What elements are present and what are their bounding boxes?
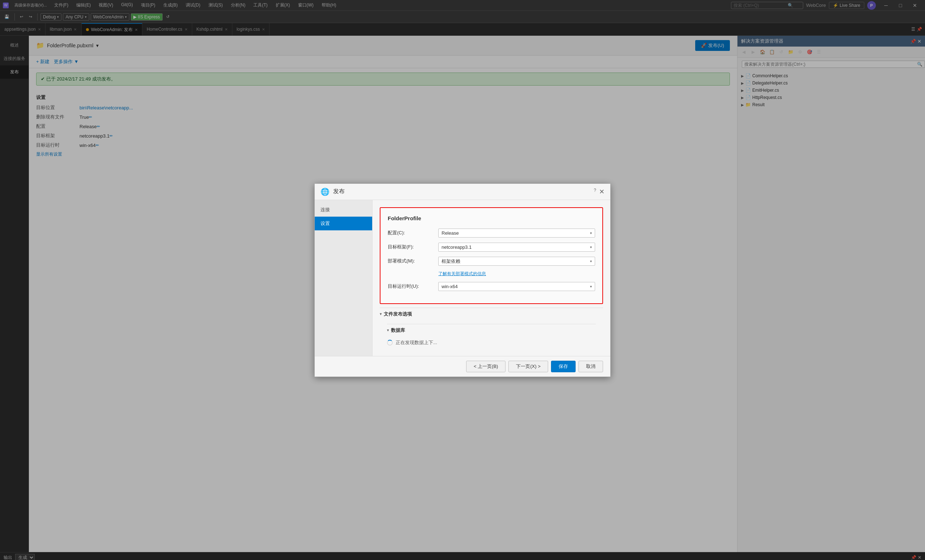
modal-close-btn[interactable]: ✕: [599, 188, 604, 196]
deploy-link-row: 了解有关部署模式的信息: [388, 271, 595, 277]
modal-title: 🌐 发布: [321, 188, 345, 196]
folder-profile-section: FolderProfile 配置(C): Debug Release ▾: [380, 207, 603, 304]
db-section-header[interactable]: ▾ 数据库: [387, 324, 596, 336]
modal-footer: < 上一页(B) 下一页(X) > 保存 取消: [315, 356, 610, 377]
db-loading: 正在发现数据上下...: [387, 336, 596, 349]
modal-sidebar-settings[interactable]: 设置: [315, 217, 372, 230]
cancel-button[interactable]: 取消: [579, 361, 603, 372]
file-publish-label: 文件发布选项: [384, 311, 412, 317]
modal-sidebar-connection[interactable]: 连接: [315, 203, 372, 217]
runtime-label: 目标运行时(U):: [388, 283, 438, 290]
save-button[interactable]: 保存: [551, 361, 575, 372]
modal-sidebar: 连接 设置: [315, 200, 372, 356]
collapse-arrow-icon: ▾: [380, 312, 381, 316]
modal-body: 连接 设置 FolderProfile 配置(C): Debug Release: [315, 200, 610, 356]
help-icon[interactable]: ?: [594, 188, 596, 196]
db-collapse-arrow: ▾: [387, 328, 389, 332]
publish-dialog: 🌐 发布 ? ✕ 连接 设置 FolderProfile: [314, 183, 611, 377]
framework-label: 目标框架(F):: [388, 244, 438, 250]
file-publish-section[interactable]: ▾ 文件发布选项: [380, 308, 603, 320]
loading-spinner: [387, 340, 393, 345]
deploy-mode-row: 部署模式(M): 框架依赖 独立 ▾: [388, 257, 595, 266]
config-row: 配置(C): Debug Release ▾: [388, 228, 595, 237]
framework-select[interactable]: netcoreapp3.1: [441, 245, 592, 250]
runtime-select-container: win-x64 win-x86 linux-x64 ▾: [438, 282, 595, 291]
db-section-label: 数据库: [391, 327, 405, 333]
framework-row: 目标框架(F): netcoreapp3.1 ▾: [388, 243, 595, 252]
modal-title-bar: 🌐 发布 ? ✕: [315, 184, 610, 200]
config-select[interactable]: Debug Release: [441, 230, 592, 236]
back-button[interactable]: < 上一页(B): [466, 361, 506, 372]
deploy-mode-label: 部署模式(M):: [388, 258, 438, 264]
modal-overlay: 🌐 发布 ? ✕ 连接 设置 FolderProfile: [0, 0, 925, 560]
modal-content: FolderProfile 配置(C): Debug Release ▾: [372, 200, 610, 356]
runtime-select[interactable]: win-x64 win-x86 linux-x64: [441, 284, 592, 289]
globe-icon: 🌐: [321, 188, 330, 196]
runtime-row: 目标运行时(U): win-x64 win-x86 linux-x64 ▾: [388, 282, 595, 291]
folder-profile-title: FolderProfile: [388, 215, 595, 221]
deploy-mode-link[interactable]: 了解有关部署模式的信息: [438, 271, 486, 277]
database-section: ▾ 数据库 正在发现数据上下...: [380, 324, 603, 349]
next-button[interactable]: 下一页(X) >: [508, 361, 548, 372]
config-label: 配置(C):: [388, 230, 438, 236]
modal-title-label: 发布: [333, 188, 345, 195]
framework-select-container: netcoreapp3.1 ▾: [438, 243, 595, 252]
db-loading-text: 正在发现数据上下...: [396, 339, 437, 346]
config-select-container: Debug Release ▾: [438, 228, 595, 237]
deploy-mode-select-container: 框架依赖 独立 ▾: [438, 257, 595, 266]
deploy-mode-select[interactable]: 框架依赖 独立: [441, 258, 592, 264]
